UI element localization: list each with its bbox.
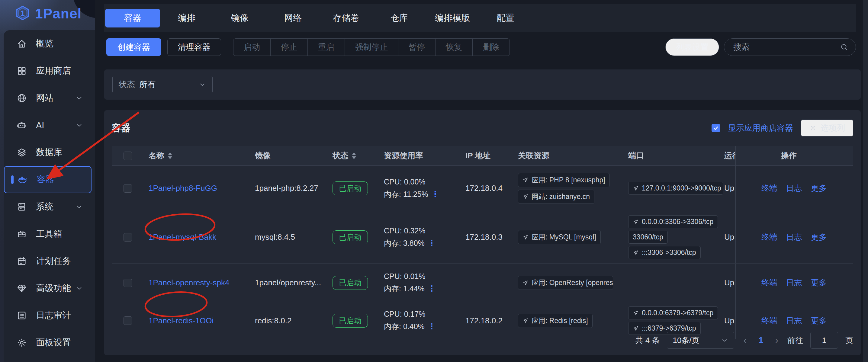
container-name-link[interactable]: 1Panel-openresty-spk4 [149,278,229,288]
select-all-checkbox[interactable] [124,152,132,160]
container-name-link[interactable]: 1Panel-redis-1OOi [149,316,214,326]
bulk-button-强制停止[interactable]: 强制停止 [345,38,398,56]
table-header: 名称 镜像 状态 资源使用率 IP 地址 关联资源 端口 运行时间 操作 [112,146,853,166]
search-input[interactable] [724,42,856,52]
resource-tag[interactable]: 网站: zuishanye.cn [518,190,594,204]
logs-link[interactable]: 日志 [786,232,802,242]
sidebar-item-label: 数据库 [36,146,62,159]
bulk-button-停止[interactable]: 停止 [270,38,308,56]
resource-tag[interactable]: 应用: MySQL [mysql] [518,230,601,244]
terminal-link[interactable]: 终端 [762,232,777,242]
scrollbar[interactable] [863,0,868,362]
monitor-dots-icon[interactable]: ⋮ [428,285,435,293]
logs-link[interactable]: 日志 [786,277,802,288]
resource-tag[interactable]: 127.0.0.1:9000->9000/tcp [628,182,723,195]
monitor-dots-icon[interactable]: ⋮ [428,239,435,247]
status-badge: 已启动 [333,182,368,195]
options-column-label: 选项列 [820,123,845,133]
resource-tag[interactable]: 应用: OpenResty [openresty] [518,276,613,290]
table-body: 1Panel-php8-FuGG1panel-php:8.2.27已启动CPU:… [112,166,853,339]
sidebar-item-system[interactable]: 系统 [4,193,95,221]
terminal-link[interactable]: 终端 [762,183,777,194]
sort-icon[interactable] [352,153,356,159]
goto-label: 前往 [787,335,803,346]
bulk-button-暂停[interactable]: 暂停 [398,38,435,56]
bulk-button-恢复[interactable]: 恢复 [435,38,473,56]
monitor-dots-icon[interactable]: ⋮ [431,190,439,198]
sidebar-item-overview[interactable]: 概览 [4,30,95,57]
container-name-link[interactable]: 1Panel-php8-FuGG [149,184,217,193]
sidebar-item-container[interactable]: 容器 [4,166,92,193]
cpu-usage: CPU: 0.32% [384,226,435,235]
tab-配置[interactable]: 配置 [479,12,532,24]
sort-icon[interactable] [168,153,172,159]
status-badge: 已启动 [333,276,368,290]
sidebar-item-advanced[interactable]: 高级功能 [4,275,95,302]
clean-container-button[interactable]: 清理容器 [167,38,221,56]
more-link[interactable]: 更多 [811,316,827,326]
goto-page-input[interactable] [810,332,838,349]
bulk-button-启动[interactable]: 启动 [233,38,271,56]
resource-tag[interactable]: 0.0.0.0:6379->6379/tcp [628,306,718,320]
resource-tag[interactable]: 应用: Redis [redis] [518,314,593,328]
more-link[interactable]: 更多 [811,183,827,194]
terminal-link[interactable]: 终端 [762,277,777,288]
system-icon [17,202,27,212]
resource-tag[interactable]: :::3306->3306/tcp [628,246,701,259]
tab-存储卷[interactable]: 存储卷 [319,12,373,24]
sidebar-item-ai[interactable]: AI [4,112,95,139]
tab-编排[interactable]: 编排 [160,12,213,24]
port-list: 0.0.0.0:3306->3306/tcp33060/tcp:::3306->… [628,211,718,263]
tab-编排模版[interactable]: 编排模版 [426,12,479,24]
sidebar-item-logs[interactable]: 日志审计 [4,302,95,329]
tab-容器[interactable]: 容器 [105,9,160,28]
image-name: redis:8.0.2 [255,316,291,326]
related-resources: 应用: PHP 8 [nexusphp]网站: zuishanye.cn [518,169,610,208]
column-usage: 资源使用率 [383,150,465,161]
row-actions: 终端日志更多 [736,211,827,263]
row-checkbox[interactable] [124,184,132,193]
create-container-button[interactable]: 创建容器 [106,38,161,56]
sidebar-item-appstore[interactable]: 应用商店 [4,57,95,85]
logs-link[interactable]: 日志 [786,183,802,194]
row-checkbox[interactable] [124,279,132,287]
show-appstore-label[interactable]: 显示应用商店容器 [728,123,793,133]
tag-text: 应用: PHP 8 [nexusphp] [532,175,605,185]
sidebar-item-database[interactable]: 数据库 [4,139,95,166]
globe-icon [17,93,27,103]
sidebar-item-settings[interactable]: 面板设置 [4,329,95,356]
more-link[interactable]: 更多 [811,277,827,288]
current-page[interactable]: 1 [755,335,766,345]
resource-tag[interactable]: 33060/tcp [628,231,668,244]
sidebar-item-cronjob[interactable]: 计划任务 [4,248,95,275]
status-filter-dropdown[interactable]: 状态 所有 [112,76,213,93]
terminal-link[interactable]: 终端 [762,316,777,326]
logs-link[interactable]: 日志 [786,316,802,326]
tab-网络[interactable]: 网络 [267,12,319,24]
database-icon [17,147,27,158]
prev-page-button[interactable]: ‹ [741,335,748,345]
resource-tag[interactable]: 应用: PHP 8 [nexusphp] [518,173,610,187]
search-icon[interactable] [840,43,848,51]
container-table-card: 容器 显示应用商店容器 选项列 名称 [104,110,861,355]
app-logo[interactable]: 1 1Panel [14,5,82,22]
column-name[interactable]: 名称 [133,150,243,161]
sidebar-item-toolbox[interactable]: 工具箱 [4,221,95,248]
show-appstore-checkbox[interactable] [712,124,720,132]
column-status[interactable]: 状态 [331,150,383,161]
container-name-link[interactable]: 1Panel-mysql-Bakk [149,232,216,242]
list-settings-button[interactable]: 列表设置 [665,38,719,56]
page-size-select[interactable]: 10条/页 [667,332,734,349]
tab-仓库[interactable]: 仓库 [373,12,426,24]
row-checkbox[interactable] [124,317,132,325]
bulk-button-删除[interactable]: 删除 [472,38,510,56]
more-link[interactable]: 更多 [811,232,827,242]
tab-镜像[interactable]: 镜像 [213,12,267,24]
row-checkbox[interactable] [124,233,132,241]
next-page-button[interactable]: › [773,335,780,345]
sidebar-item-website[interactable]: 网站 [4,85,95,112]
resource-tag[interactable]: 0.0.0.0:3306->3306/tcp [628,215,718,228]
options-column-button[interactable]: 选项列 [801,120,853,136]
tag-text: 应用: OpenResty [openresty] [532,278,613,288]
bulk-button-重启[interactable]: 重启 [307,38,345,56]
